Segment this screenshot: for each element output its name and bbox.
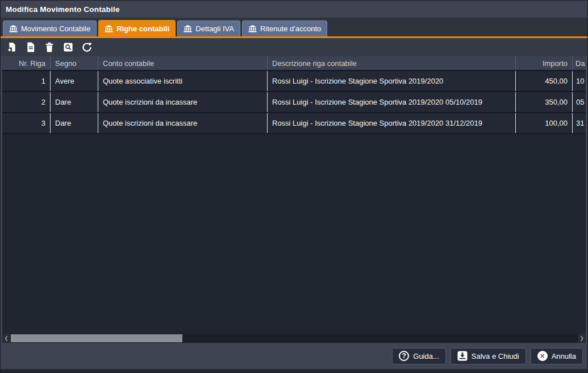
dialog-footer: ? Guida... Salva e Chiudi ✕ Annulla bbox=[1, 343, 587, 369]
trash-icon bbox=[44, 42, 55, 52]
column-header-segno[interactable]: Segno bbox=[51, 56, 98, 70]
bank-icon bbox=[248, 25, 257, 32]
cell-segno: Dare bbox=[51, 113, 98, 133]
dialog-modifica-movimento-contabile: Modifica Movimento Contabile Movimento C… bbox=[0, 0, 588, 373]
add-row-button[interactable] bbox=[5, 40, 19, 55]
grid-empty-area bbox=[2, 134, 586, 334]
cell-conto: Quote iscrizioni da incassare bbox=[98, 92, 268, 112]
dialog-title: Modifica Movimento Contabile bbox=[6, 5, 120, 14]
tab-label: Dettagli IVA bbox=[195, 24, 234, 33]
tab-label: Righe contabili bbox=[116, 24, 169, 33]
righe-contabili-grid: Nr. Riga Segno Conto contabile Descrizio… bbox=[2, 56, 586, 343]
save-icon bbox=[457, 351, 468, 361]
cell-descrizione: Rossi Luigi - Iscrizione Stagione Sporti… bbox=[268, 92, 516, 112]
cell-descrizione: Rossi Luigi - Iscrizione Stagione Sporti… bbox=[268, 71, 516, 91]
tab-righe-contabili[interactable]: Righe contabili bbox=[98, 20, 176, 36]
tab-label: Movimento Contabile bbox=[21, 24, 90, 33]
column-header-nr-riga[interactable]: Nr. Riga bbox=[2, 56, 51, 70]
annulla-button-label: Annulla bbox=[552, 352, 576, 360]
tab-label: Ritenute d'acconto bbox=[260, 24, 321, 33]
column-header-data[interactable]: Da bbox=[573, 56, 586, 70]
table-row[interactable]: 2 Dare Quote iscrizioni da incassare Ros… bbox=[2, 92, 586, 113]
table-row[interactable]: 3 Dare Quote iscrizioni da incassare Ros… bbox=[2, 113, 586, 134]
title-bar: Modifica Movimento Contabile bbox=[1, 1, 587, 18]
cancel-circle-icon: ✕ bbox=[537, 351, 548, 361]
tab-ritenute-dacconto[interactable]: Ritenute d'acconto bbox=[242, 20, 327, 36]
bank-icon bbox=[9, 25, 18, 32]
cell-conto: Quote associative iscritti bbox=[98, 71, 268, 91]
preview-row-button[interactable] bbox=[61, 40, 75, 55]
document-search-icon bbox=[63, 42, 73, 52]
cell-segno: Avere bbox=[51, 71, 98, 91]
cell-data: 10 bbox=[573, 71, 586, 91]
cell-importo: 350,00 bbox=[516, 92, 573, 112]
cell-segno: Dare bbox=[51, 92, 98, 112]
bank-icon bbox=[105, 25, 113, 32]
scroll-right-button[interactable]: ❯ bbox=[578, 334, 586, 343]
column-header-conto[interactable]: Conto contabile bbox=[98, 56, 268, 70]
refresh-button[interactable] bbox=[80, 40, 94, 55]
tab-strip: Movimento Contabile Righe contabili Dett… bbox=[1, 18, 587, 38]
refresh-icon bbox=[82, 42, 92, 52]
window-bottom-edge bbox=[1, 369, 587, 372]
help-circle-icon: ? bbox=[399, 351, 409, 361]
edit-row-button[interactable] bbox=[23, 40, 37, 55]
cell-nr-riga: 2 bbox=[2, 92, 51, 112]
tab-dettagli-iva[interactable]: Dettagli IVA bbox=[177, 20, 240, 36]
grid-toolbar bbox=[1, 38, 587, 56]
cell-importo: 100,00 bbox=[516, 113, 573, 133]
cell-nr-riga: 1 bbox=[2, 71, 51, 91]
bank-icon bbox=[184, 25, 192, 32]
column-header-descrizione[interactable]: Descrizione riga contabile bbox=[268, 56, 516, 70]
salva-e-chiudi-button[interactable]: Salva e Chiudi bbox=[451, 348, 526, 364]
cell-data: 31 bbox=[573, 113, 586, 133]
grid-header-row: Nr. Riga Segno Conto contabile Descrizio… bbox=[2, 56, 586, 71]
annulla-button[interactable]: ✕ Annulla bbox=[531, 348, 583, 364]
column-header-importo[interactable]: Importo bbox=[516, 56, 573, 70]
cell-descrizione: Rossi Luigi - Iscrizione Stagione Sporti… bbox=[268, 113, 516, 133]
scrollbar-thumb[interactable] bbox=[11, 334, 182, 342]
cell-nr-riga: 3 bbox=[2, 113, 51, 133]
scrollbar-track[interactable] bbox=[10, 334, 578, 343]
cell-data: 05 bbox=[573, 92, 586, 112]
scroll-left-button[interactable]: ❮ bbox=[2, 334, 10, 343]
salva-button-label: Salva e Chiudi bbox=[472, 352, 519, 360]
document-icon bbox=[26, 42, 36, 52]
delete-row-button[interactable] bbox=[42, 40, 56, 55]
tab-movimento-contabile[interactable]: Movimento Contabile bbox=[3, 20, 97, 36]
table-row[interactable]: 1 Avere Quote associative iscritti Rossi… bbox=[2, 71, 586, 92]
cell-importo: 450,00 bbox=[516, 71, 573, 91]
guida-button[interactable]: ? Guida... bbox=[392, 348, 446, 364]
cell-conto: Quote iscrizioni da incassare bbox=[98, 113, 268, 133]
document-add-icon bbox=[7, 42, 17, 52]
guida-button-label: Guida... bbox=[413, 352, 439, 360]
horizontal-scrollbar: ❮ ❯ bbox=[2, 334, 586, 343]
